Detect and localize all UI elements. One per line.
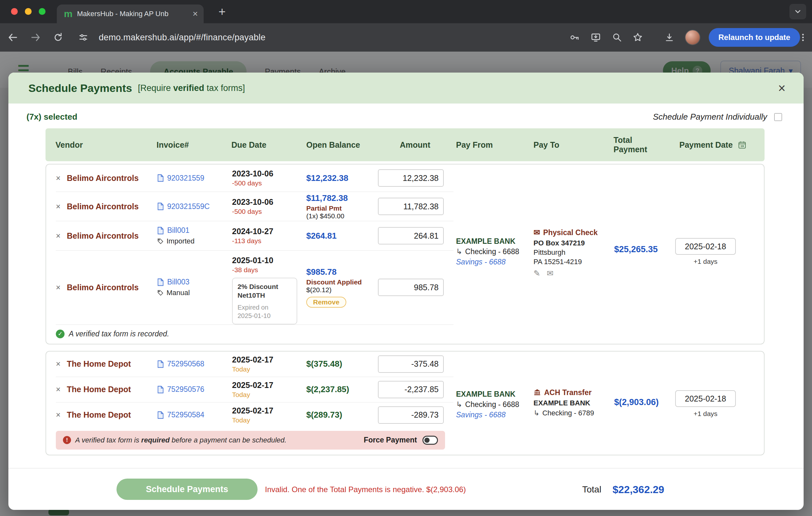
bookmark-star-icon[interactable]: [631, 30, 645, 44]
invoice-doc-icon: [157, 227, 164, 235]
schedule-individually-checkbox[interactable]: [774, 113, 782, 121]
invoice-link[interactable]: 920321559: [167, 174, 204, 183]
minimize-window-button[interactable]: [25, 8, 32, 15]
overdue-days: -500 days: [232, 179, 304, 187]
close-icon[interactable]: ×: [778, 82, 786, 94]
amount-input[interactable]: [378, 406, 444, 424]
profile-avatar[interactable]: [685, 30, 700, 45]
due-date-cell: 2023-10-06 -500 days: [229, 169, 304, 187]
invoice-link[interactable]: 920321559C: [167, 202, 210, 211]
col-header-pay-from: Pay From: [453, 140, 530, 150]
invoice-link[interactable]: Bill003: [167, 278, 190, 286]
tag-icon: [157, 290, 164, 296]
zoom-icon[interactable]: [610, 30, 624, 44]
remove-row-icon[interactable]: ×: [46, 411, 67, 419]
invoice-link[interactable]: 752950568: [167, 360, 204, 368]
downloads-icon[interactable]: [662, 30, 676, 44]
col-header-due-date: Due Date: [228, 140, 303, 150]
vendor-name: The Home Depot: [67, 385, 154, 394]
browser-tab[interactable]: m MakersHub - Making AP Unb ×: [57, 4, 204, 23]
payment-date-input[interactable]: 2025-02-18: [675, 238, 736, 255]
col-header-payment-date: Payment Date 19: [677, 140, 764, 150]
browser-tab-strip: m MakersHub - Making AP Unb × +: [0, 0, 812, 23]
invoice-link[interactable]: 752950576: [167, 385, 204, 394]
tab-close-icon[interactable]: ×: [193, 9, 198, 19]
remove-row-icon[interactable]: ×: [46, 385, 67, 393]
alt-account-link[interactable]: Savings - 6688: [456, 411, 519, 419]
remove-row-icon[interactable]: ×: [46, 283, 67, 292]
url-bar[interactable]: demo.makershub.ai/app/#/finance/payable: [99, 23, 266, 52]
check-circle-icon: ✓: [56, 330, 64, 338]
pay-to-cell: ✉Physical Check PO Box 347219 Pittsburgh…: [533, 228, 598, 277]
open-balance-cell: $11,782.38 Partial Pmt (1x) $450.00: [304, 193, 378, 220]
pay-to-cell: ACH Transfer EXAMPLE BANK ↳Checking - 67…: [533, 388, 594, 418]
overdue-days: -38 days: [232, 266, 304, 274]
due-date-cell: 2024-10-27 -113 days: [229, 227, 304, 245]
amount-input[interactable]: [378, 381, 444, 398]
col-header-vendor: Vendor: [46, 140, 153, 150]
due-date-cell: 2025-02-17 Today: [229, 381, 304, 399]
remove-row-icon[interactable]: ×: [46, 174, 67, 182]
payment-date-input[interactable]: 2025-02-18: [675, 390, 736, 407]
invoice-doc-icon: [157, 360, 164, 368]
tab-list-chevron-icon[interactable]: [789, 4, 806, 19]
site-settings-icon[interactable]: [76, 30, 90, 44]
payment-date-cell: 2025-02-18 +1 days: [675, 238, 736, 266]
new-tab-button[interactable]: +: [214, 3, 230, 20]
open-balance-cell: $12,232.38: [304, 173, 378, 183]
invoice-link[interactable]: Bill001: [167, 226, 190, 235]
payment-date-offset: +1 days: [675, 410, 736, 418]
tax-form-recorded-note: ✓ A verified tax form is recorded.: [46, 325, 764, 344]
payment-group-belimo: × Belimo Aircontrols 920321559 2023-10-0…: [46, 164, 764, 344]
open-balance-cell: $(289.73): [304, 410, 378, 420]
remove-row-icon[interactable]: ×: [46, 232, 67, 240]
browser-toolbar: demo.makershub.ai/app/#/finance/payable …: [0, 23, 812, 52]
bank-icon: [533, 389, 541, 396]
remove-row-icon[interactable]: ×: [46, 360, 67, 368]
table-row: × Belimo Aircontrols Bill003 Manual 2025…: [46, 250, 764, 325]
col-header-open-balance: Open Balance: [303, 140, 377, 150]
force-payment-toggle[interactable]: [423, 436, 438, 445]
payment-group-home-depot: × The Home Depot 752950568 2025-02-17 To…: [46, 351, 764, 455]
calendar-icon[interactable]: 19: [738, 141, 747, 149]
col-header-pay-to: Pay To: [530, 140, 612, 150]
edit-address-icon[interactable]: ✎: [533, 269, 540, 277]
mail-address-icon[interactable]: ✉: [547, 269, 553, 277]
modal-title: Schedule Payments: [28, 82, 132, 94]
forward-icon[interactable]: [28, 30, 42, 44]
amount-input[interactable]: [378, 355, 444, 373]
due-date-cell: 2025-02-17 Today: [229, 355, 304, 373]
invoice-link[interactable]: 752950584: [167, 411, 204, 419]
close-window-button[interactable]: [11, 8, 18, 15]
maximize-window-button[interactable]: [39, 8, 46, 15]
table-header: Vendor Invoice# Due Date Open Balance Am…: [46, 128, 764, 161]
reload-icon[interactable]: [51, 30, 65, 44]
payment-date-cell: 2025-02-18 +1 days: [675, 390, 736, 418]
amount-input[interactable]: [378, 169, 444, 187]
passwords-key-icon[interactable]: [568, 30, 582, 44]
modal-header: Schedule Payments [Require verified tax …: [8, 72, 804, 103]
install-app-icon[interactable]: [589, 30, 603, 44]
invoice-doc-icon: [157, 278, 164, 286]
col-header-total-payment: Total Payment: [612, 135, 657, 154]
remove-discount-button[interactable]: Remove: [306, 297, 346, 308]
schedule-payments-modal: Schedule Payments [Require verified tax …: [8, 72, 804, 510]
col-header-amount: Amount: [377, 140, 453, 150]
amount-input[interactable]: [378, 198, 444, 215]
back-icon[interactable]: [6, 30, 20, 44]
schedule-payments-button[interactable]: Schedule Payments: [117, 479, 258, 500]
invoice-doc-icon: [157, 386, 164, 393]
amount-input[interactable]: [378, 279, 444, 296]
remove-row-icon[interactable]: ×: [46, 203, 67, 211]
sub-account-arrow-icon: ↳: [533, 408, 539, 418]
browser-menu-icon[interactable]: [796, 30, 809, 44]
selection-row: (7x) selected Schedule Payment Individua…: [8, 103, 804, 127]
due-date-cell: 2023-10-06 -500 days: [229, 198, 304, 215]
relaunch-update-button[interactable]: Relaunch to update: [709, 28, 800, 47]
amount-input[interactable]: [378, 227, 444, 244]
schedule-individually: Schedule Payment Individually: [653, 112, 783, 122]
pay-from-cell: EXAMPLE BANK ↳Checking - 6688 Savings - …: [456, 237, 519, 266]
total-label: Total: [582, 468, 601, 511]
force-payment-label: Force Payment: [364, 436, 417, 445]
alt-account-link[interactable]: Savings - 6688: [456, 258, 519, 266]
